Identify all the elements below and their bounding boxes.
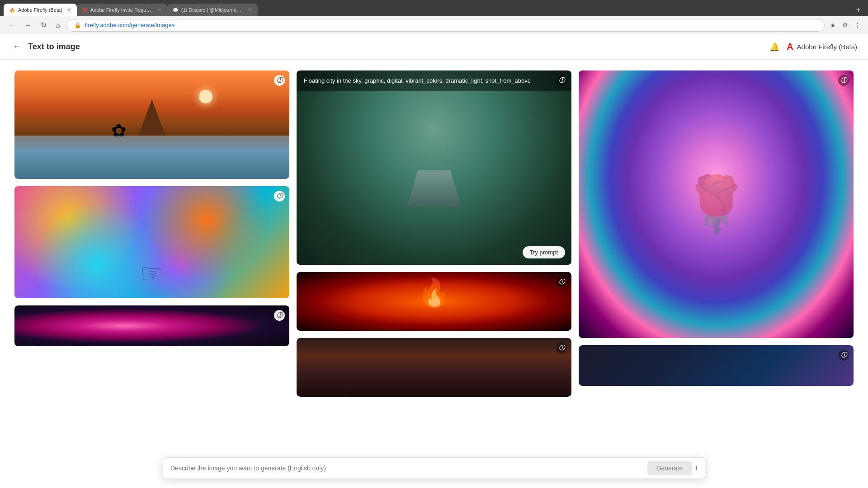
info-button-rose[interactable]: ⓘ (838, 75, 849, 86)
reload-button[interactable]: ↻ (38, 19, 49, 31)
info-button-fire[interactable]: ⓘ (556, 277, 567, 287)
sun-decoration (199, 90, 212, 103)
extensions-button[interactable]: ⚙ (840, 21, 850, 30)
tab-favicon-1: 🔥 (9, 7, 15, 13)
generate-info-icon[interactable]: ℹ (695, 465, 698, 472)
notification-button[interactable]: 🔔 (769, 42, 779, 52)
info-button-city[interactable]: ⓘ (556, 75, 567, 86)
tab-close-3[interactable]: ✕ (248, 7, 252, 13)
rose-image: 🌹 (579, 70, 854, 338)
tab-inactive-1[interactable]: ❌ Adobe Firefly Invite Request For... ✕ (77, 4, 167, 16)
main-content: ✿ ⓘ ☞ ⓘ ⓘ (0, 60, 868, 488)
image-card-floating-city[interactable]: Floating city in the sky, graphic, digit… (297, 70, 571, 265)
column-2: Floating city in the sky, graphic, digit… (297, 70, 571, 397)
image-card-galaxy[interactable]: ⓘ (14, 305, 289, 346)
prompt-text: Floating city in the sky, graphic, digit… (304, 77, 531, 84)
tab-close-1[interactable]: ✕ (67, 7, 71, 13)
generate-bar: Generate ℹ (163, 457, 705, 479)
tab-title-1: Adobe Firefly (Beta) (18, 7, 62, 13)
browser-chrome: 🔥 Adobe Firefly (Beta) ✕ ❌ Adobe Firefly… (0, 0, 868, 34)
info-button-colorful[interactable]: ⓘ (274, 191, 285, 202)
header-right: 🔔 A Adobe Firefly (Beta) (769, 42, 857, 52)
tab-active[interactable]: 🔥 Adobe Firefly (Beta) ✕ (4, 4, 77, 16)
tab-close-2[interactable]: ✕ (157, 7, 162, 13)
info-button-bottom-mid[interactable]: ⓘ (556, 343, 567, 353)
nav-bar: ← → ↻ ⌂ 🔒 firefly.adobe.com/generate/ima… (0, 16, 868, 34)
page-title: Text to image (28, 42, 80, 52)
app-header: ← Text to image 🔔 A Adobe Firefly (Beta) (0, 34, 868, 60)
tab-favicon-3: 💬 (173, 7, 179, 13)
back-button[interactable]: ← (5, 19, 18, 31)
image-card-landscape[interactable]: ✿ ⓘ (14, 70, 289, 179)
tab-bar: 🔥 Adobe Firefly (Beta) ✕ ❌ Adobe Firefly… (0, 0, 868, 16)
image-card-rose[interactable]: 🌹 ⓘ (579, 70, 854, 338)
colorful-image: ☞ (14, 186, 289, 298)
menu-button[interactable]: ⋮ (853, 21, 863, 30)
landscape-image: ✿ (14, 70, 289, 179)
prompt-overlay: Floating city in the sky, graphic, digit… (297, 70, 571, 91)
forward-button[interactable]: → (22, 19, 34, 31)
address-bar[interactable]: 🔒 firefly.adobe.com/generate/images (66, 19, 825, 32)
bottom-mid-image (297, 338, 571, 397)
image-card-bottom-right[interactable]: ⓘ (579, 345, 854, 386)
bottom-right-image (579, 345, 854, 386)
generate-input[interactable] (170, 465, 647, 472)
flower-decoration: ✿ (111, 120, 127, 141)
try-prompt-button[interactable]: Try prompt (523, 246, 565, 258)
hand-cursor-icon: ☞ (140, 258, 164, 289)
info-button-bottom-right[interactable]: ⓘ (838, 350, 849, 361)
back-nav-button[interactable]: ← (11, 40, 23, 53)
adobe-logo-area: A Adobe Firefly (Beta) (787, 42, 857, 52)
adobe-logo-icon: A (787, 42, 793, 52)
nav-icons: ★ ⚙ ⋮ (828, 21, 863, 30)
tab-title-3: (1) Discord | @Midjourney Bot (181, 7, 243, 13)
tab-favicon-2: ❌ (82, 7, 88, 13)
column-3: 🌹 ⓘ ⓘ (579, 70, 854, 386)
image-card-bottom-mid[interactable]: ⓘ (297, 338, 571, 397)
fire-image: 🔥 (297, 272, 571, 331)
image-card-colorful[interactable]: ☞ ⓘ (14, 186, 289, 298)
address-text: firefly.adobe.com/generate/images (85, 22, 175, 28)
generate-button[interactable]: Generate (647, 461, 692, 475)
info-button-landscape[interactable]: ⓘ (274, 75, 285, 86)
image-grid: ✿ ⓘ ☞ ⓘ ⓘ (14, 70, 854, 397)
home-button[interactable]: ⌂ (53, 19, 63, 31)
bookmarks-button[interactable]: ★ (828, 21, 838, 30)
floating-city-image (297, 70, 571, 265)
image-card-fire[interactable]: 🔥 ⓘ (297, 272, 571, 331)
column-1: ✿ ⓘ ☞ ⓘ ⓘ (14, 70, 289, 346)
info-button-galaxy[interactable]: ⓘ (274, 310, 285, 321)
adobe-brand-name: Adobe Firefly (Beta) (797, 43, 857, 51)
tab-title-2: Adobe Firefly Invite Request For... (90, 7, 153, 13)
galaxy-image (14, 305, 289, 346)
new-tab-button[interactable]: + (852, 5, 864, 15)
tab-inactive-2[interactable]: 💬 (1) Discord | @Midjourney Bot ✕ (167, 4, 258, 16)
